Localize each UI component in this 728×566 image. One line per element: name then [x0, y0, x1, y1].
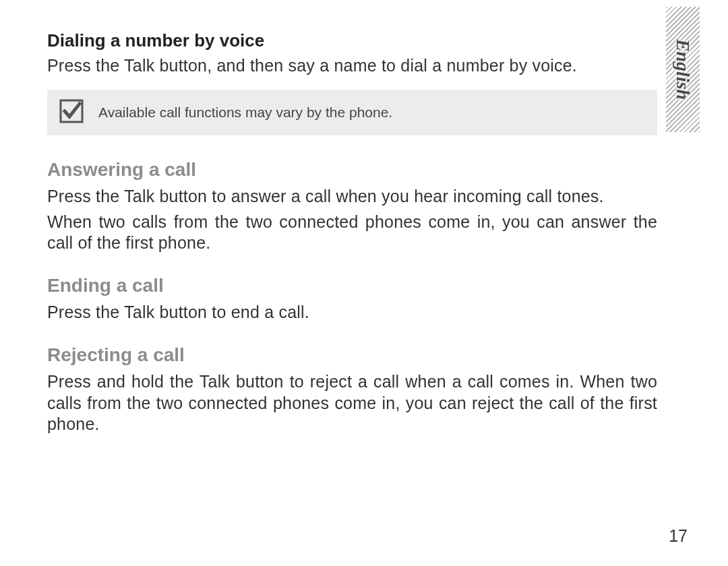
language-tab-label: English	[672, 36, 694, 102]
heading-ending: Ending a call	[47, 275, 657, 296]
heading-dialing: Dialing a number by voice	[47, 30, 657, 51]
note-text: Available call functions may vary by the…	[98, 104, 392, 121]
content-column: Dialing a number by voice Press the Talk…	[47, 30, 657, 435]
text-ending: Press the Talk button to end a call.	[47, 302, 657, 323]
heading-answering: Answering a call	[47, 159, 657, 181]
checkmark-icon	[59, 99, 84, 126]
note-box: Available call functions may vary by the…	[47, 90, 657, 135]
text-answering-1: Press the Talk button to answer a call w…	[47, 186, 657, 207]
language-tab: English	[666, 7, 700, 132]
page-number: 17	[0, 526, 688, 546]
text-rejecting: Press and hold the Talk button to reject…	[47, 371, 657, 435]
document-page: English Dialing a number by voice Press …	[0, 0, 728, 566]
heading-rejecting: Rejecting a call	[47, 344, 657, 366]
text-answering-2: When two calls from the two connected ph…	[47, 212, 657, 254]
text-dialing: Press the Talk button, and then say a na…	[47, 55, 657, 76]
